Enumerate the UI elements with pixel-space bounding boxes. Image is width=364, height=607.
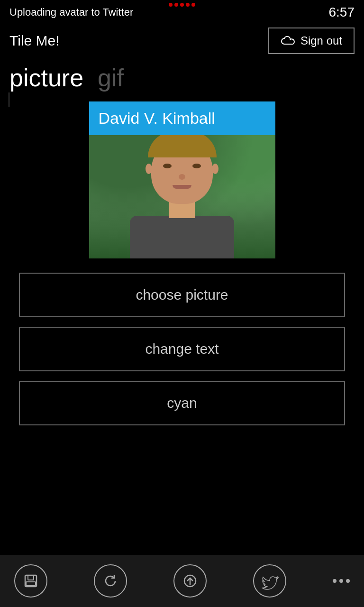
avatar-card: David V. Kimball (89, 101, 275, 258)
cloud-icon (281, 36, 296, 46)
tab-picture[interactable]: picture (9, 64, 83, 92)
upload-status: Uploading avatar to Twitter (9, 6, 133, 18)
svg-rect-1 (28, 575, 34, 580)
save-button[interactable] (14, 564, 47, 598)
avatar-photo (89, 135, 275, 258)
change-text-button[interactable]: change text (19, 327, 345, 371)
more-options[interactable] (333, 579, 350, 583)
more-dot-3 (346, 579, 350, 583)
refresh-icon (101, 571, 120, 590)
clock: 6:57 (329, 5, 355, 20)
action-buttons: choose picture change text cyan (0, 258, 364, 425)
twitter-icon (260, 571, 279, 590)
svg-rect-2 (26, 582, 36, 586)
refresh-button[interactable] (94, 564, 127, 598)
bottom-bar (0, 555, 364, 607)
color-button[interactable]: cyan (19, 381, 345, 425)
tab-bar: picture gif (0, 59, 364, 92)
more-dot-2 (339, 579, 343, 583)
upload-icon (181, 571, 200, 590)
choose-picture-button[interactable]: choose picture (19, 273, 345, 317)
sign-out-label: Sign out (300, 34, 342, 47)
save-icon (21, 571, 40, 590)
header: Tile Me! Sign out (0, 23, 364, 59)
signal-indicator (169, 3, 195, 7)
upload-button[interactable] (173, 564, 207, 598)
app-title: Tile Me! (9, 33, 60, 49)
svg-rect-0 (25, 575, 36, 587)
twitter-button[interactable] (253, 564, 286, 598)
sign-out-button[interactable]: Sign out (268, 28, 355, 54)
tab-gif[interactable]: gif (98, 64, 124, 92)
more-dot-1 (333, 579, 337, 583)
avatar-name: David V. Kimball (89, 101, 275, 135)
accent-line (9, 92, 9, 107)
